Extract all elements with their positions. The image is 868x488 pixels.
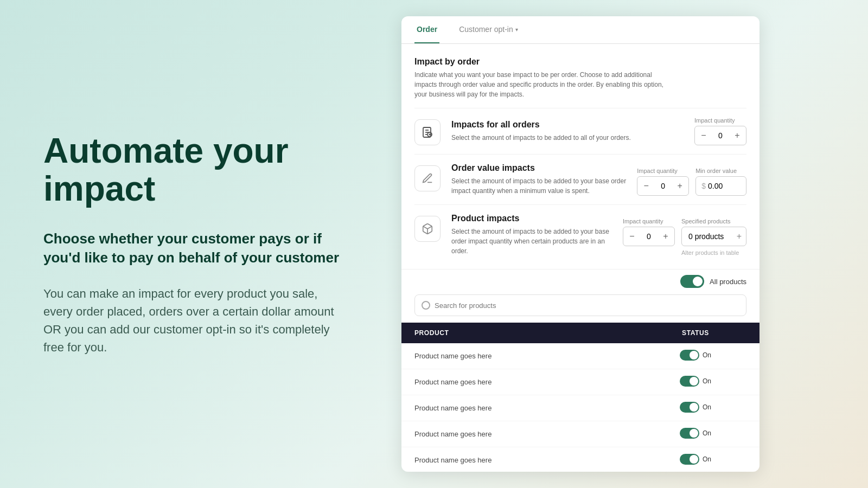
product-impacts-row: Product impacts Select the amount of imp… bbox=[414, 204, 746, 256]
order-value-controls: Impact quantity − 0 + Min order value $ bbox=[637, 168, 746, 196]
min-order-label: Min order value bbox=[695, 168, 746, 174]
right-panel: Order Customer opt-in ▾ Impact by order … bbox=[401, 16, 760, 472]
all-orders-qty-group: Impact quantity − 0 + bbox=[694, 117, 746, 145]
all-orders-title: Impacts for all orders bbox=[451, 120, 684, 130]
product-status-cell: On bbox=[631, 395, 760, 421]
impact-by-order-desc: Indicate what you want your base impact … bbox=[414, 70, 675, 99]
status-label: On bbox=[703, 377, 711, 385]
table-row: Product name goes here On bbox=[401, 421, 760, 447]
product-name-cell: Product name goes here bbox=[401, 395, 631, 421]
impact-by-order-title: Impact by order bbox=[414, 57, 746, 67]
status-label: On bbox=[703, 429, 711, 437]
search-icon bbox=[422, 301, 430, 310]
all-orders-row: Impacts for all orders Select the amount… bbox=[414, 108, 746, 154]
all-orders-qty-value: 0 bbox=[712, 131, 729, 140]
status-toggle-group: On bbox=[680, 350, 711, 361]
product-impacts-title: Product impacts bbox=[451, 214, 612, 223]
headline: Automate your impact bbox=[43, 132, 347, 208]
all-orders-qty-plus[interactable]: + bbox=[729, 126, 746, 145]
order-value-content: Order value impacts Select the amount of… bbox=[451, 163, 626, 196]
status-toggle-thumb bbox=[690, 455, 698, 464]
left-panel: Automate your impact Choose whether your… bbox=[0, 99, 391, 389]
status-toggle-group: On bbox=[680, 428, 711, 439]
specified-value: 0 products bbox=[688, 232, 733, 241]
status-toggle-thumb bbox=[690, 351, 698, 359]
specified-add-btn[interactable]: + bbox=[737, 232, 742, 241]
tab-customer-optin[interactable]: Customer opt-in ▾ bbox=[457, 16, 520, 43]
specified-control: 0 products + bbox=[681, 227, 746, 246]
all-orders-content: Impacts for all orders Select the amount… bbox=[451, 120, 684, 143]
status-toggle-thumb bbox=[690, 429, 698, 438]
product-qty-value: 0 bbox=[641, 232, 657, 241]
all-orders-icon bbox=[414, 119, 441, 145]
status-label: On bbox=[703, 455, 711, 463]
impact-by-order-section: Impact by order Indicate what you want y… bbox=[401, 44, 760, 269]
all-products-toggle[interactable] bbox=[680, 275, 704, 288]
status-toggle[interactable] bbox=[680, 376, 699, 387]
status-toggle[interactable] bbox=[680, 454, 699, 465]
min-order-value-field[interactable] bbox=[708, 182, 741, 190]
product-impacts-controls: Impact quantity − 0 + Specified products… bbox=[623, 218, 746, 256]
product-name-cell: Product name goes here bbox=[401, 343, 631, 369]
status-toggle[interactable] bbox=[680, 350, 699, 361]
table-header-row: PRODUCT STATUS bbox=[401, 323, 760, 343]
product-name-cell: Product name goes here bbox=[401, 421, 631, 447]
chevron-down-icon: ▾ bbox=[515, 27, 518, 33]
product-impacts-content: Product impacts Select the amount of imp… bbox=[451, 214, 612, 256]
col-status: STATUS bbox=[631, 323, 760, 343]
status-toggle[interactable] bbox=[680, 402, 699, 413]
order-value-qty-control: − 0 + bbox=[637, 176, 689, 196]
status-toggle-thumb bbox=[690, 377, 698, 386]
order-value-qty-value: 0 bbox=[655, 182, 671, 190]
search-input[interactable] bbox=[435, 301, 739, 310]
product-qty-plus[interactable]: + bbox=[657, 227, 674, 246]
table-row: Product name goes here On bbox=[401, 343, 760, 369]
order-value-qty-label: Impact quantity bbox=[637, 168, 689, 174]
search-bar bbox=[414, 294, 746, 316]
tab-order[interactable]: Order bbox=[414, 16, 439, 43]
order-value-desc: Select the amount of impacts to be added… bbox=[451, 176, 626, 196]
status-toggle-group: On bbox=[680, 376, 711, 387]
min-order-input[interactable]: $ bbox=[695, 176, 746, 196]
all-orders-qty-label: Impact quantity bbox=[694, 117, 746, 124]
status-toggle[interactable] bbox=[680, 428, 699, 439]
toggle-thumb bbox=[693, 277, 703, 286]
status-toggle-thumb bbox=[690, 403, 698, 412]
alter-text: Alter products in table bbox=[681, 249, 746, 256]
product-status-cell: On bbox=[631, 369, 760, 395]
body-text: You can make an impact for every product… bbox=[43, 285, 347, 356]
all-products-label: All products bbox=[710, 278, 746, 286]
status-label: On bbox=[703, 351, 711, 359]
product-name-cell: Product name goes here bbox=[401, 369, 631, 395]
product-qty-minus[interactable]: − bbox=[623, 227, 641, 246]
product-impacts-desc: Select the amount of impacts to be added… bbox=[451, 227, 612, 256]
order-value-qty-plus[interactable]: + bbox=[671, 176, 688, 196]
product-status-cell: On bbox=[631, 421, 760, 447]
order-value-row: Order value impacts Select the amount of… bbox=[414, 154, 746, 204]
col-product: PRODUCT bbox=[401, 323, 631, 343]
table-row: Product name goes here On bbox=[401, 369, 760, 395]
all-orders-qty-minus[interactable]: − bbox=[695, 126, 712, 145]
product-qty-control: − 0 + bbox=[623, 227, 675, 246]
table-row: Product name goes here On bbox=[401, 447, 760, 472]
all-products-toggle-row: All products bbox=[401, 269, 760, 290]
product-status-cell: On bbox=[631, 447, 760, 472]
product-table: PRODUCT STATUS Product name goes here On… bbox=[401, 323, 760, 472]
all-orders-desc: Select the amount of impacts to be added… bbox=[451, 133, 684, 143]
currency-symbol: $ bbox=[701, 182, 706, 190]
status-toggle-group: On bbox=[680, 402, 711, 413]
subheadline: Choose whether your customer pays or if … bbox=[43, 229, 347, 267]
all-orders-qty-control: − 0 + bbox=[694, 126, 746, 145]
table-row: Product name goes here On bbox=[401, 395, 760, 421]
order-value-qty-minus[interactable]: − bbox=[637, 176, 655, 196]
product-name-cell: Product name goes here bbox=[401, 447, 631, 472]
order-value-title: Order value impacts bbox=[451, 163, 626, 173]
status-toggle-group: On bbox=[680, 454, 711, 465]
order-value-icon bbox=[414, 165, 441, 191]
product-impacts-icon bbox=[414, 216, 441, 242]
tab-bar: Order Customer opt-in ▾ bbox=[401, 16, 760, 44]
product-qty-label: Impact quantity bbox=[623, 218, 675, 224]
specified-label: Specified products bbox=[681, 218, 746, 224]
status-label: On bbox=[703, 403, 711, 411]
product-status-cell: On bbox=[631, 343, 760, 369]
